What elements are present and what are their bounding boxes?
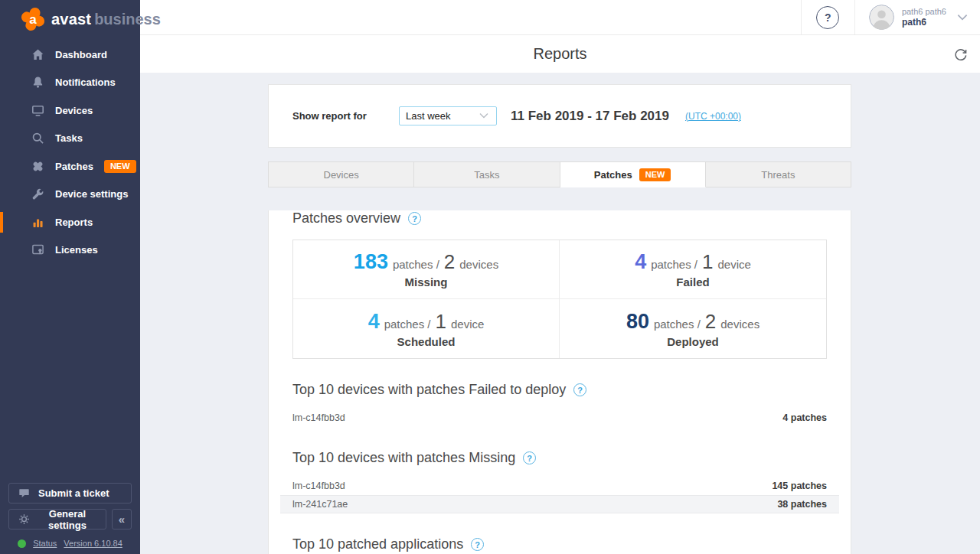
sidebar-item-reports[interactable]: Reports (0, 208, 140, 236)
timezone-link[interactable]: (UTC +00:00) (685, 111, 741, 122)
version-link[interactable]: Version 6.10.84 (64, 539, 122, 548)
device-table: lm-c14fbb3d145 patcheslm-241c71ae38 patc… (280, 477, 839, 513)
bar-chart-icon (31, 216, 44, 229)
logo-suffix-text: business (94, 11, 161, 28)
search-icon (31, 132, 44, 145)
stat-missing: 183patches /2devicesMissing (293, 240, 560, 299)
stat-failed: 4patches /1deviceFailed (560, 240, 826, 299)
sidebar-item-label: Device settings (55, 188, 128, 200)
content-area: Show report for Last week 11 Feb 2019 - … (140, 73, 980, 554)
stat-deployed: 80patches /2devicesDeployed (560, 299, 826, 358)
help-circle-icon[interactable]: ? (408, 212, 421, 225)
sidebar-item-label: Devices (55, 105, 93, 116)
help-circle-icon[interactable]: ? (471, 538, 484, 551)
device-name: lm-241c71ae (292, 499, 348, 510)
sidebar-nav: DashboardNotificationsDevicesTasksPatche… (0, 41, 140, 264)
patches-count: 145 patches (772, 481, 827, 491)
device-name: lm-c14fbb3d (292, 481, 345, 491)
stat-count-unit: devices (720, 318, 760, 331)
chevron-double-left-icon: « (119, 513, 125, 526)
sidebar-item-label: Licenses (55, 244, 98, 256)
stat-value: 80 (626, 310, 649, 334)
report-tabs: DevicesTasksPatchesNEWThreats (268, 161, 851, 187)
monitor-icon (31, 104, 44, 117)
patches-count: 38 patches (777, 499, 827, 510)
tab-threats[interactable]: Threats (706, 161, 851, 187)
collapse-sidebar-button[interactable]: « (112, 509, 132, 530)
logo-brand-text: avast (51, 11, 91, 28)
report-period-select[interactable]: Last week (399, 106, 497, 125)
sidebar: a avastbusiness DashboardNotificationsDe… (0, 0, 140, 554)
sidebar-item-label: Tasks (55, 132, 83, 144)
license-icon (31, 243, 44, 256)
status-ok-dot (18, 539, 26, 548)
sidebar-item-tasks[interactable]: Tasks (0, 125, 140, 153)
table-row: lm-241c71ae38 patches (280, 495, 839, 513)
patch-icon (31, 160, 44, 173)
date-range-text: 11 Feb 2019 - 17 Feb 2019 (511, 109, 669, 124)
status-row: Status Version 6.10.84 (8, 539, 132, 548)
chevron-down-icon (479, 112, 490, 119)
general-settings-label: General settings (38, 508, 96, 531)
main-area: ? path6 path6 path6 Reports (140, 0, 980, 554)
app-window: a avastbusiness DashboardNotificationsDe… (0, 0, 980, 554)
question-mark-icon: ? (825, 11, 831, 24)
sidebar-item-dashboard[interactable]: Dashboard (0, 41, 140, 69)
page-header: Reports (140, 35, 980, 73)
report-sections: Top 10 devices with patches Failed to de… (269, 382, 851, 552)
patches-report-panel: Patches overview ? 183patches /2devicesM… (268, 210, 851, 554)
table-row: lm-c14fbb3d145 patches (280, 477, 839, 495)
sidebar-item-patches[interactable]: PatchesNEW (0, 152, 140, 181)
stat-label: Scheduled (397, 335, 456, 348)
sidebar-item-notifications[interactable]: Notifications (0, 69, 140, 97)
help-circle-icon[interactable]: ? (573, 383, 586, 396)
sidebar-footer: Submit a ticket General settings « Statu… (0, 483, 140, 554)
report-period-value: Last week (406, 110, 451, 122)
tab-tasks[interactable]: Tasks (414, 161, 560, 187)
device-table: lm-c14fbb3d4 patches (280, 409, 839, 427)
stat-value: 4 (635, 250, 646, 274)
tab-devices[interactable]: Devices (268, 161, 414, 187)
patches-overview-title-text: Patches overview (292, 210, 400, 226)
stat-unit: patches / (651, 258, 697, 271)
section-title-top-10-devices-with-patches-failed-to-deploy: Top 10 devices with patches Failed to de… (292, 382, 827, 398)
gear-icon (18, 513, 30, 525)
bell-icon (31, 76, 44, 89)
avatar (869, 5, 894, 30)
avast-logo-icon: a (20, 6, 46, 32)
stat-label: Deployed (667, 335, 719, 348)
patches-overview-title: Patches overview ? (292, 210, 827, 226)
help-button[interactable]: ? (816, 6, 839, 29)
submit-ticket-label: Submit a ticket (38, 487, 109, 499)
user-username: path6 (902, 17, 946, 29)
stat-unit: patches / (393, 258, 439, 271)
section-title-top-10-patched-applications: Top 10 patched applications? (292, 536, 827, 552)
section-title-text: Top 10 devices with patches Failed to de… (292, 382, 566, 398)
sidebar-item-label: Patches (55, 161, 93, 172)
chevron-down-icon (957, 14, 968, 21)
tab-label: Threats (761, 169, 795, 181)
page-title: Reports (140, 45, 980, 63)
sidebar-item-licenses[interactable]: Licenses (0, 236, 140, 265)
table-row: lm-c14fbb3d4 patches (280, 409, 839, 427)
sidebar-item-device-settings[interactable]: Device settings (0, 181, 140, 209)
submit-ticket-button[interactable]: Submit a ticket (8, 483, 132, 503)
topbar: ? path6 path6 path6 (140, 0, 980, 35)
avast-business-logo[interactable]: a avastbusiness (0, 0, 140, 38)
refresh-button[interactable] (954, 47, 968, 61)
device-name: lm-c14fbb3d (292, 412, 345, 423)
section-title-text: Top 10 devices with patches Missing (292, 450, 515, 466)
stat-count: 2 (444, 250, 455, 274)
wrench-icon (31, 187, 44, 200)
sidebar-item-label: Notifications (55, 77, 116, 88)
user-menu[interactable]: path6 path6 path6 (855, 5, 980, 30)
sidebar-item-devices[interactable]: Devices (0, 96, 140, 125)
tab-patches[interactable]: PatchesNEW (560, 161, 706, 187)
chat-bubble-icon (18, 487, 30, 499)
svg-text:a: a (29, 12, 37, 27)
tab-label: Devices (324, 169, 359, 181)
new-badge: NEW (639, 168, 671, 181)
help-circle-icon[interactable]: ? (523, 451, 536, 464)
status-link[interactable]: Status (33, 539, 57, 548)
general-settings-button[interactable]: General settings (8, 509, 106, 530)
